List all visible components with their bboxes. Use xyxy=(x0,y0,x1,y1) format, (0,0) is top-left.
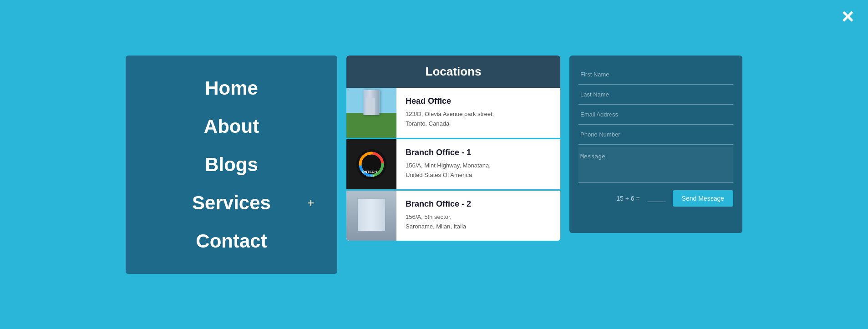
nav-panel: Home About Blogs Services + Contact xyxy=(126,56,337,274)
ontech-logo-svg: ONTECH GROUP xyxy=(355,148,387,180)
head-office-info: Head Office 123/D, Olevia Avenue park st… xyxy=(396,90,560,136)
captcha-label: 15 + 6 = xyxy=(616,195,640,202)
nav-label-services: Services xyxy=(192,192,271,214)
message-textarea[interactable] xyxy=(579,147,733,183)
locations-title: Locations xyxy=(426,65,482,78)
nav-item-blogs[interactable]: Blogs xyxy=(135,146,328,184)
main-container: Home About Blogs Services + Contact Loca… xyxy=(112,42,756,288)
services-plus-icon: + xyxy=(307,196,315,210)
nav-item-about[interactable]: About xyxy=(135,107,328,146)
branch1-image: ONTECH GROUP xyxy=(346,139,396,189)
location-card-branch1: ONTECH GROUP Branch Office - 1 156/A, Mi… xyxy=(346,139,560,191)
branch2-addr: 156/A, 5th sector, Saroname, Milan, Ital… xyxy=(406,213,551,232)
close-button[interactable]: ✕ xyxy=(841,9,854,25)
branch2-info: Branch Office - 2 156/A, 5th sector, Sar… xyxy=(396,192,560,238)
branch1-name: Branch Office - 1 xyxy=(406,148,551,157)
contact-footer: 15 + 6 = Send Message xyxy=(579,190,733,207)
head-office-name: Head Office xyxy=(406,96,551,106)
branch2-image xyxy=(346,191,396,241)
nav-item-home[interactable]: Home xyxy=(135,69,328,107)
location-card-branch2: Branch Office - 2 156/A, 5th sector, Sar… xyxy=(346,191,560,241)
locations-header: Locations xyxy=(346,56,560,88)
nav-label-blogs: Blogs xyxy=(205,154,258,176)
nav-label-contact: Contact xyxy=(196,230,267,252)
nav-label-home: Home xyxy=(205,77,258,99)
location-card-head-office: Head Office 123/D, Olevia Avenue park st… xyxy=(346,88,560,139)
head-office-image xyxy=(346,88,396,138)
locations-panel: Locations Head Office 123/D, Olevia Aven… xyxy=(346,56,560,241)
branch1-addr: 156/A, Mint Highway, Monatana, United St… xyxy=(406,161,551,180)
nav-label-about: About xyxy=(204,116,259,137)
branch2-name: Branch Office - 2 xyxy=(406,199,551,209)
first-name-input[interactable] xyxy=(579,65,733,85)
svg-text:ONTECH: ONTECH xyxy=(362,170,377,174)
nav-item-contact[interactable]: Contact xyxy=(135,222,328,260)
email-input[interactable] xyxy=(579,105,733,125)
svg-text:GROUP: GROUP xyxy=(366,175,375,177)
nav-item-services[interactable]: Services + xyxy=(135,184,328,222)
send-message-button[interactable]: Send Message xyxy=(673,190,733,207)
head-office-addr: 123/D, Olevia Avenue park street, Torant… xyxy=(406,110,551,129)
captcha-input[interactable] xyxy=(647,194,665,202)
phone-input[interactable] xyxy=(579,125,733,145)
last-name-input[interactable] xyxy=(579,85,733,105)
branch1-info: Branch Office - 1 156/A, Mint Highway, M… xyxy=(396,141,560,187)
contact-panel: 15 + 6 = Send Message xyxy=(569,56,742,233)
